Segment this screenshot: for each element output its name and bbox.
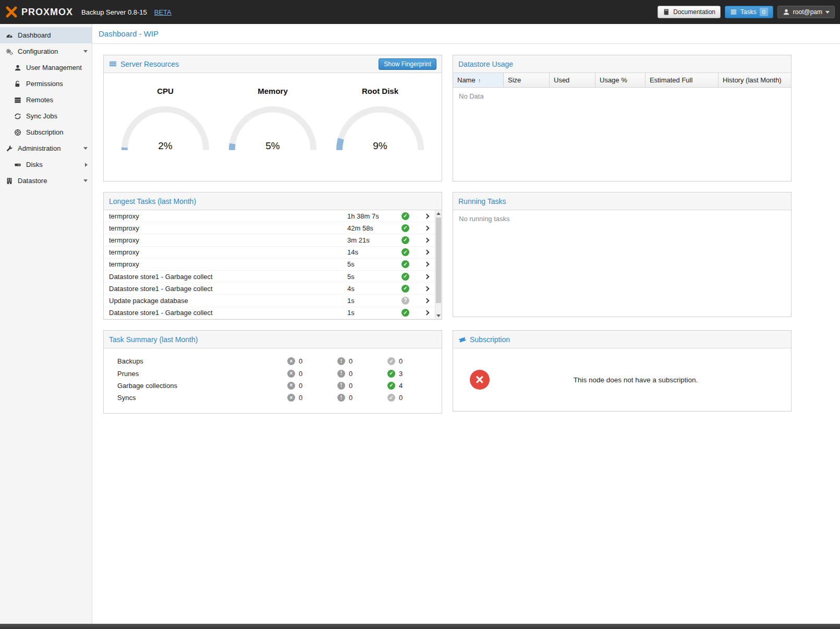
chevron-right-icon[interactable] [420, 311, 433, 314]
task-row[interactable]: termproxy 14s ✓ [104, 247, 435, 259]
chevron-down-icon[interactable] [83, 147, 88, 150]
sidebar-label: Dashboard [18, 31, 51, 39]
summary-row-backups: Backups ×0 !0 ✓0 [117, 355, 436, 367]
show-fingerprint-button[interactable]: Show Fingerprint [379, 58, 436, 70]
server-resources-panel: Server Resources Show Fingerprint CPU 2% [103, 55, 442, 182]
task-row[interactable]: termproxy 1h 38m 7s ✓ [104, 210, 435, 222]
cpu-gauge: CPU 2% [114, 87, 216, 154]
sidebar-label: Sync Jobs [26, 112, 57, 120]
gauge-value: 9% [329, 140, 431, 152]
chevron-right-icon[interactable] [85, 163, 88, 167]
status-ok-icon: ✓ [401, 309, 409, 317]
chevron-right-icon[interactable] [420, 275, 433, 279]
building-icon [6, 177, 13, 185]
sidebar-item-administration[interactable]: Administration [0, 140, 92, 156]
subscription-header: Subscription [453, 331, 791, 348]
sidebar-item-configuration[interactable]: Configuration [0, 43, 92, 59]
sidebar-item-disks[interactable]: Disks [0, 156, 92, 173]
sidebar-item-sync-jobs[interactable]: Sync Jobs [0, 108, 92, 124]
chevron-down-icon[interactable] [83, 179, 88, 182]
status-unknown-icon: ? [401, 297, 409, 305]
tasks-button[interactable]: Tasks 0 [725, 6, 773, 18]
scroll-down-icon[interactable] [436, 314, 441, 317]
sidebar-item-subscription[interactable]: Subscription [0, 124, 92, 140]
page-header: Dashboard - WIP [92, 24, 840, 44]
chevron-right-icon[interactable] [420, 226, 433, 230]
chevron-right-icon[interactable] [420, 214, 433, 218]
column-header-usage-pct[interactable]: Usage % [595, 73, 646, 87]
caret-down-icon [825, 11, 830, 14]
chevron-down-icon[interactable] [83, 50, 88, 53]
sidebar: Dashboard Configuration User Management [0, 24, 92, 624]
sidebar-label: Administration [18, 144, 60, 152]
gauge-label: Memory [222, 87, 324, 95]
user-menu-button[interactable]: root@pam [777, 6, 835, 18]
longest-tasks-header: Longest Tasks (last Month) [104, 192, 442, 210]
support-icon [14, 129, 21, 136]
proxmox-x-icon [5, 6, 18, 18]
status-ok-icon: ✓ [401, 224, 409, 232]
warning-count-icon: ! [337, 357, 345, 365]
sidebar-label: Configuration [18, 47, 58, 55]
tasks-label: Tasks [740, 8, 757, 16]
user-icon [783, 8, 790, 16]
summary-row-syncs: Syncs ×0 !0 ✓0 [117, 392, 436, 404]
status-ok-icon: ✓ [401, 260, 409, 268]
gauge-label: Root Disk [329, 87, 431, 95]
warning-count-icon: ! [337, 394, 345, 402]
chevron-right-icon[interactable] [420, 299, 433, 303]
warning-count-icon: ! [337, 370, 345, 378]
documentation-button[interactable]: Documentation [658, 6, 721, 18]
error-count-icon: × [287, 370, 295, 378]
running-tasks-empty-text: No running tasks [453, 210, 791, 227]
main-content: Dashboard - WIP Server Resources Show Fi… [92, 24, 840, 624]
memory-gauge: Memory 5% [222, 87, 324, 154]
task-row[interactable]: Datastore store1 - Garbage collect 4s ✓ [104, 283, 435, 295]
gauge-label: CPU [114, 87, 216, 95]
page-title: Dashboard - WIP [99, 29, 159, 38]
column-header-name[interactable]: Name ↑ [453, 73, 504, 87]
status-ok-icon: ✓ [401, 236, 409, 244]
chevron-right-icon[interactable] [420, 238, 433, 242]
panel-title: Longest Tasks (last Month) [109, 197, 196, 205]
sidebar-item-remotes[interactable]: Remotes [0, 92, 92, 108]
no-subscription-icon: × [470, 370, 490, 390]
column-header-used[interactable]: Used [550, 73, 595, 87]
scroll-up-icon[interactable] [436, 212, 441, 215]
sidebar-item-user-management[interactable]: User Management [0, 59, 92, 76]
sort-asc-icon: ↑ [478, 77, 481, 83]
sidebar-item-datastore[interactable]: Datastore [0, 173, 92, 189]
task-row[interactable]: Update package database 1s ? [104, 295, 435, 307]
task-row[interactable]: termproxy 5s ✓ [104, 259, 435, 271]
sidebar-item-permissions[interactable]: Permissions [0, 76, 92, 92]
bottom-strip [0, 624, 840, 629]
beta-link[interactable]: BETA [154, 8, 172, 16]
unlock-icon [14, 80, 21, 88]
scrollbar-thumb[interactable] [436, 217, 441, 303]
chevron-right-icon[interactable] [420, 287, 433, 291]
gauge-value: 5% [222, 140, 324, 152]
chevron-right-icon[interactable] [420, 262, 433, 266]
column-header-size[interactable]: Size [504, 73, 550, 87]
task-row[interactable]: termproxy 3m 21s ✓ [104, 234, 435, 246]
task-row[interactable]: Datastore store1 - Garbage collect 1s ✓ [104, 307, 435, 319]
topbar: PROXMOX Backup Server 0.8-15 BETA Docume… [0, 0, 840, 24]
root-disk-gauge: Root Disk 9% [329, 87, 431, 154]
ok-count-icon: ✓ [387, 370, 395, 378]
scrollbar[interactable] [435, 210, 442, 319]
task-row[interactable]: Datastore store1 - Garbage collect 5s ✓ [104, 271, 435, 283]
chevron-right-icon[interactable] [420, 250, 433, 254]
panel-title: Server Resources [120, 60, 179, 68]
column-header-history[interactable]: History (last Month) [719, 73, 791, 87]
task-row[interactable]: termproxy 42m 58s ✓ [104, 222, 435, 234]
sidebar-label: Permissions [26, 80, 63, 88]
error-count-icon: × [287, 382, 295, 390]
datastore-usage-panel: Datastore Usage Name ↑ Size Used Usage %… [453, 55, 792, 182]
resources-icon [109, 60, 117, 68]
gauge-value: 2% [114, 140, 216, 152]
ok-count-icon: ✓ [387, 382, 395, 390]
task-summary-panel: Task Summary (last Month) Backups ×0 !0 … [103, 330, 442, 414]
column-header-estimated-full[interactable]: Estimated Full [646, 73, 719, 87]
sidebar-item-dashboard[interactable]: Dashboard [0, 27, 92, 43]
wrench-icon [6, 145, 13, 152]
